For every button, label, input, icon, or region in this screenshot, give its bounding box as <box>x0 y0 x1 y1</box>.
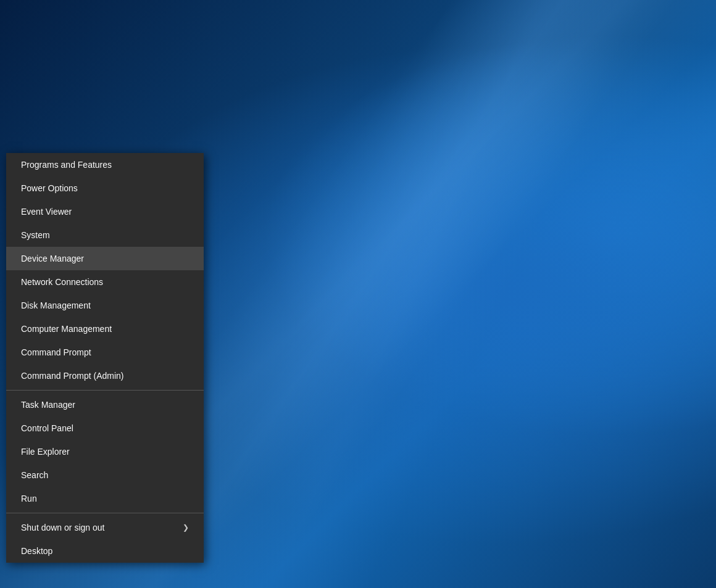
menu-item-label: Device Manager <box>21 254 84 263</box>
menu-item-network-connections[interactable]: Network Connections <box>6 270 204 294</box>
menu-item-control-panel[interactable]: Control Panel <box>6 416 204 440</box>
menu-item-label: Task Manager <box>21 400 75 410</box>
menu-item-label: Power Options <box>21 183 78 193</box>
menu-item-label: Control Panel <box>21 423 73 433</box>
menu-item-run[interactable]: Run <box>6 487 204 510</box>
menu-item-label: Command Prompt <box>21 347 91 357</box>
menu-item-system[interactable]: System <box>6 223 204 247</box>
menu-item-label: Disk Management <box>21 300 91 310</box>
menu-item-shut-down-or-sign-out[interactable]: Shut down or sign out❯ <box>6 516 204 539</box>
menu-divider <box>6 513 204 513</box>
menu-item-label: Search <box>21 470 48 480</box>
menu-item-label: Programs and Features <box>21 160 112 170</box>
menu-item-label: File Explorer <box>21 447 70 457</box>
menu-item-label: Run <box>21 494 37 503</box>
menu-item-label: Command Prompt (Admin) <box>21 371 124 381</box>
context-menu: Programs and FeaturesPower OptionsEvent … <box>6 153 204 563</box>
menu-item-disk-management[interactable]: Disk Management <box>6 294 204 317</box>
menu-item-label: Event Viewer <box>21 207 72 217</box>
menu-item-power-options[interactable]: Power Options <box>6 176 204 200</box>
desktop: Programs and FeaturesPower OptionsEvent … <box>0 0 716 588</box>
menu-item-command-prompt-admin[interactable]: Command Prompt (Admin) <box>6 364 204 387</box>
menu-item-label: Network Connections <box>21 277 103 287</box>
menu-item-event-viewer[interactable]: Event Viewer <box>6 200 204 223</box>
menu-item-desktop[interactable]: Desktop <box>6 539 204 563</box>
menu-item-task-manager[interactable]: Task Manager <box>6 393 204 416</box>
menu-item-label: Desktop <box>21 546 52 556</box>
menu-item-label: System <box>21 230 50 240</box>
menu-item-file-explorer[interactable]: File Explorer <box>6 440 204 463</box>
menu-item-device-manager[interactable]: Device Manager <box>6 247 204 270</box>
menu-item-computer-management[interactable]: Computer Management <box>6 317 204 341</box>
menu-item-label: Shut down or sign out <box>21 523 104 532</box>
menu-divider <box>6 390 204 391</box>
menu-item-search[interactable]: Search <box>6 463 204 487</box>
menu-item-label: Computer Management <box>21 324 112 334</box>
chevron-right-icon: ❯ <box>183 523 189 532</box>
menu-item-programs-and-features[interactable]: Programs and Features <box>6 153 204 176</box>
menu-item-command-prompt[interactable]: Command Prompt <box>6 341 204 364</box>
